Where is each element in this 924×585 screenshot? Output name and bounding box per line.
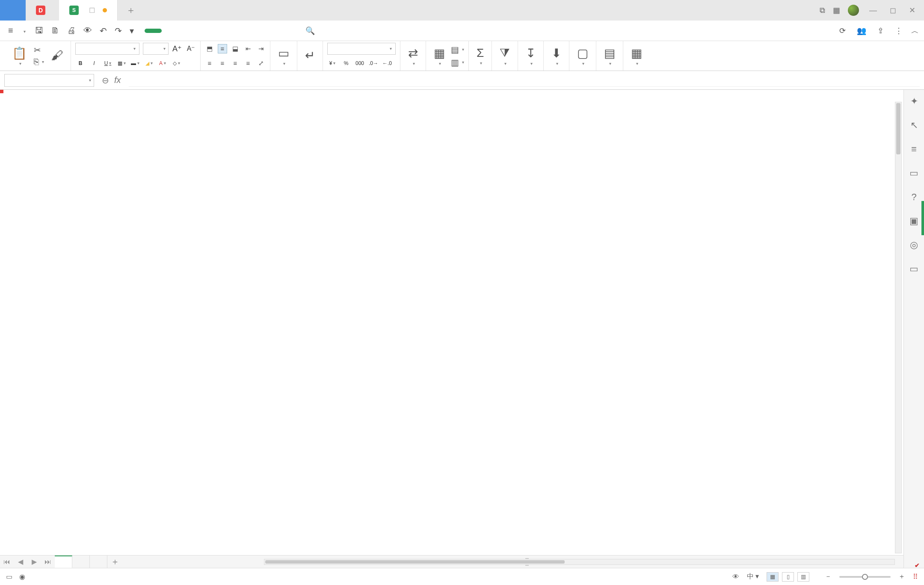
underline-button[interactable]: U▾ (103, 58, 113, 68)
zoom-in-icon[interactable]: ＋ (898, 572, 905, 581)
undo-icon[interactable]: ↶ (97, 23, 110, 38)
sheet-nav-first[interactable]: ⏮ (0, 558, 14, 566)
print-icon[interactable]: 🖨 (64, 23, 79, 38)
hscroll-thumb[interactable] (265, 560, 565, 564)
rowcol-button[interactable]: ▤▾ (601, 46, 619, 66)
fx-icon[interactable]: fx (114, 75, 121, 85)
sheet-tab-2[interactable] (72, 555, 90, 568)
view-normal-icon[interactable]: ▦ (767, 572, 779, 582)
eye-icon[interactable]: 👁 (732, 573, 739, 581)
wrap-button[interactable]: ↵ (302, 48, 318, 63)
filter-button[interactable]: ⧩▾ (496, 46, 513, 66)
collapse-icon[interactable]: ︿ (911, 26, 919, 36)
location-icon[interactable]: ◎ (910, 239, 918, 251)
dec-decimal-icon[interactable]: ←.0 (382, 58, 392, 68)
type-convert-button[interactable]: ⇄ ▾ (405, 46, 421, 66)
zoom-slider[interactable] (839, 576, 891, 578)
formula-input[interactable] (129, 74, 920, 87)
sheet-add-button[interactable]: ＋ (107, 556, 123, 567)
tab-add[interactable]: ＋ (118, 0, 144, 21)
cancel-fx-icon[interactable]: ⊖ (102, 75, 109, 86)
font-name-select[interactable]: ▾ (75, 43, 139, 55)
clear-format-button[interactable]: ◇▾ (171, 58, 181, 68)
more-status-icon[interactable]: ⠿ (913, 573, 918, 581)
menu-tab-dev[interactable] (266, 28, 281, 33)
cell-button[interactable]: ▢▾ (574, 46, 592, 66)
cut-button[interactable]: ✂ (34, 45, 44, 55)
inc-decimal-icon[interactable]: .0→ (368, 58, 379, 68)
avatar[interactable] (848, 5, 859, 16)
zoom-knob[interactable] (862, 574, 868, 580)
increase-font-icon[interactable]: A⁺ (172, 44, 182, 54)
tab-doke[interactable]: D (26, 0, 59, 21)
maximize-button[interactable]: ◻ (887, 6, 899, 15)
sheet-nav-prev[interactable]: ◀ (14, 558, 27, 566)
orientation-icon[interactable]: ⤢ (256, 59, 266, 68)
fill-color-button[interactable]: ▬▾ (130, 58, 140, 68)
percent-icon[interactable]: % (341, 58, 351, 68)
font-size-select[interactable]: ▾ (143, 43, 169, 55)
comma-icon[interactable]: 000 (355, 58, 365, 68)
sum-button[interactable]: Σ▾ (473, 46, 487, 65)
sort-button[interactable]: ↧▾ (522, 46, 539, 66)
tab-home[interactable] (0, 0, 26, 21)
zoom-out-icon[interactable]: － (825, 572, 832, 581)
preview-icon[interactable]: 👁 (80, 23, 95, 38)
format-painter-button[interactable]: 🖌 (47, 48, 66, 63)
cond-format-button[interactable]: ▦ ▾ (430, 44, 448, 68)
tab-current-file[interactable]: S ☐ (59, 0, 118, 21)
book-icon[interactable]: ▭ (909, 263, 918, 275)
view-page-icon[interactable]: ▯ (782, 572, 794, 582)
status-circle-icon[interactable]: ◉ (19, 573, 25, 581)
pin-icon[interactable]: ☐ (89, 6, 95, 15)
highlight-button[interactable]: ◢▾ (144, 58, 154, 68)
indent-dec-icon[interactable]: ⇤ (243, 44, 253, 53)
table-style-button[interactable]: ▤ ▾ (451, 44, 464, 55)
device-icon[interactable]: ⧉ (820, 6, 825, 15)
saveas-icon[interactable]: 🗎 (48, 23, 62, 38)
indent-inc-icon[interactable]: ⇥ (256, 44, 266, 53)
cursor-icon[interactable]: ↖ (910, 120, 918, 131)
redo-icon[interactable]: ↷ (112, 23, 125, 38)
align-top-icon[interactable]: ⬒ (205, 44, 214, 53)
hamburger-icon[interactable]: ≡ (5, 23, 16, 38)
view-break-icon[interactable]: ▥ (797, 572, 809, 582)
bold-button[interactable]: B (75, 58, 86, 68)
paste-button[interactable]: 📋 ▾ (9, 46, 30, 66)
menu-tab-start[interactable] (145, 29, 162, 33)
dropdown-icon[interactable]: ▾ (127, 23, 137, 38)
decrease-font-icon[interactable]: A⁻ (186, 44, 196, 54)
name-box[interactable]: ▾ (4, 74, 94, 87)
collab-button[interactable]: 👥 (857, 26, 869, 35)
vertical-scrollbar[interactable] (895, 102, 902, 553)
close-button[interactable]: ✕ (906, 6, 918, 15)
minimize-button[interactable]: — (867, 6, 880, 15)
copy-button[interactable]: ⎘ ▾ (34, 57, 44, 67)
unsync-button[interactable]: ⟳ (839, 26, 848, 35)
search-box[interactable]: 🔍 (305, 26, 317, 35)
menu-tab-review[interactable] (232, 28, 247, 33)
align-middle-icon[interactable]: ≡ (218, 44, 227, 53)
font-color-button[interactable]: A▾ (157, 58, 168, 68)
more-icon[interactable]: ⋮ (895, 26, 903, 35)
align-justify-icon[interactable]: ≡ (243, 59, 253, 68)
merge-center-button[interactable]: ▭ ▾ (275, 46, 293, 66)
menu-tab-data[interactable] (215, 28, 230, 33)
layout-icon[interactable]: ▭ (909, 168, 918, 179)
italic-button[interactable]: I (89, 58, 99, 68)
settings-slider-icon[interactable]: ≡ (911, 144, 917, 155)
status-console-icon[interactable]: ▭ (6, 573, 12, 581)
share-button[interactable]: ⇪ (877, 26, 886, 35)
currency-icon[interactable]: ¥▾ (327, 58, 338, 68)
sheet-nav-next[interactable]: ▶ (27, 558, 41, 566)
menu-tab-member[interactable] (283, 28, 299, 33)
sheet-nav-last[interactable]: ⏭ (41, 558, 55, 566)
apps-icon[interactable]: ▦ (833, 6, 840, 15)
sheet-tab-3[interactable] (90, 555, 107, 568)
menu-tab-insert[interactable] (163, 28, 179, 33)
menu-tab-layout[interactable] (181, 28, 196, 33)
align-bottom-icon[interactable]: ⬓ (231, 44, 240, 53)
rocket-icon[interactable]: ✦ (910, 96, 918, 107)
worksheet-button[interactable]: ▦▾ (628, 46, 646, 66)
cell-style-button[interactable]: ▥ ▾ (451, 57, 464, 68)
